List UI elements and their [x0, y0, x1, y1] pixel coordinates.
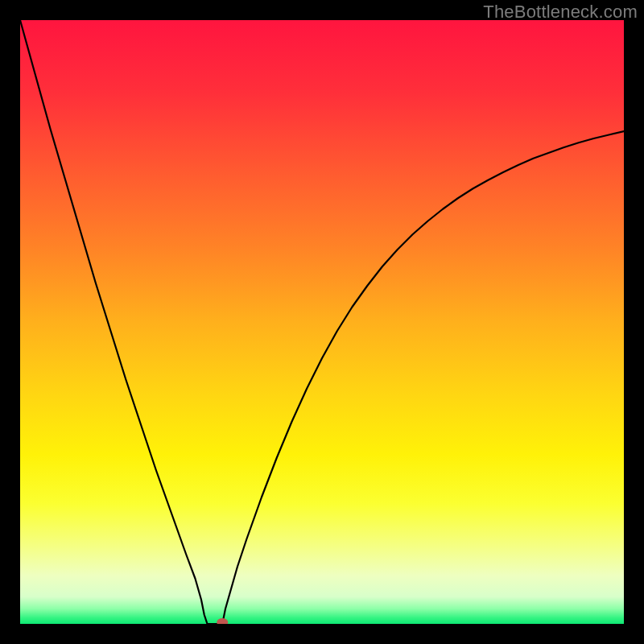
chart-svg	[20, 20, 624, 624]
chart-frame: TheBottleneck.com	[0, 0, 644, 644]
plot-area	[20, 20, 624, 624]
gradient-background	[20, 20, 624, 624]
